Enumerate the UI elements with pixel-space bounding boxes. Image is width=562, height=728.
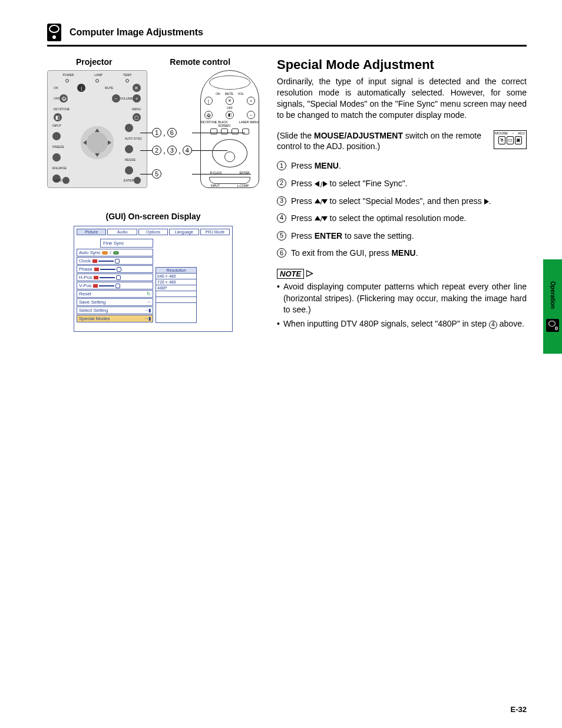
gui-item-reset: Reset↻ bbox=[77, 290, 153, 298]
remote-label: Remote control bbox=[170, 57, 230, 67]
gui-resolution-head: Resolution bbox=[156, 268, 196, 273]
callout-6: 6 bbox=[167, 128, 177, 137]
label-keystone: KEYSTONE bbox=[54, 107, 70, 111]
right-icon bbox=[484, 199, 489, 205]
projector-dpad bbox=[81, 126, 114, 159]
gui-tab-prjmode: PRJ Mode bbox=[200, 229, 230, 235]
remote-menu-label: MENU bbox=[250, 120, 259, 127]
up-down-icon: / bbox=[315, 216, 328, 222]
gui-item-vpos: V-Pos bbox=[77, 282, 153, 289]
gui-resolution-panel: Resolution 640 × 480 720 × 480 480P bbox=[156, 267, 197, 323]
gui-tab-language: Language bbox=[169, 229, 199, 235]
remote-lcomp-label: L-COMP bbox=[237, 184, 249, 187]
label-power: POWER bbox=[62, 73, 74, 77]
projector-panel: POWER LAMP TEMP. ON | MUTE ✕ OFF ⏻ bbox=[47, 70, 147, 188]
callout-5: 5 bbox=[152, 169, 161, 179]
gui-tab-options: Options bbox=[138, 229, 168, 235]
gui-item-specialmodes: Special Modes→▮ bbox=[77, 315, 153, 322]
left-right-icon: / bbox=[315, 181, 328, 187]
callout-4: 4 bbox=[183, 146, 192, 155]
remote-dpad bbox=[212, 139, 247, 167]
gui-item-phase: Phase bbox=[77, 265, 153, 273]
remote-off-label: OFF bbox=[227, 106, 233, 110]
step-2: 2 Press / to select "Fine Sync". bbox=[277, 178, 527, 190]
label-temp: TEMP. bbox=[123, 73, 132, 77]
remote-control: ONMUTEVOL |✕+ OFF ⏻◧− KEYSTONEBLACK SCRE… bbox=[200, 70, 259, 188]
note-heading: NOTE bbox=[277, 269, 313, 279]
remote-blackscreen-label: BLACK SCREEN bbox=[218, 120, 238, 127]
label-resize: RESIZE bbox=[125, 158, 142, 162]
label-enlarge: ENLARGE bbox=[52, 166, 67, 170]
gui-item-autosync: Auto Sync/ bbox=[77, 249, 153, 256]
callout-3: 3 bbox=[167, 146, 177, 155]
device-diagram: POWER LAMP TEMP. ON | MUTE ✕ OFF ⏻ bbox=[47, 70, 259, 188]
projector-icon bbox=[47, 24, 61, 41]
note-2: When inputting DTV 480P signals, select … bbox=[277, 318, 527, 330]
label-off: OFF bbox=[54, 97, 59, 100]
label-autosync: AUTO SYNC bbox=[125, 137, 142, 140]
gui-res-opt-2: 720 × 480 bbox=[156, 279, 196, 285]
slide-instruction: (Slide the MOUSE/ADJUSTMENT switch on th… bbox=[277, 130, 489, 153]
side-tab-icon bbox=[546, 319, 559, 332]
mouse-adj-switch-icon: MOUSE→ADJ. 🖱▭▣ bbox=[494, 130, 527, 149]
gui-finesync-head: Fine Sync bbox=[100, 239, 153, 248]
remote-keystone-label: KEYSTONE bbox=[201, 120, 217, 127]
projector-label: Projector bbox=[76, 57, 112, 67]
label-freeze: FREEZE bbox=[52, 145, 67, 149]
label-input: INPUT bbox=[52, 124, 67, 127]
intro-text: Ordinarily, the type of input signal is … bbox=[277, 76, 527, 121]
notes-list: Avoid displaying computer patterns which… bbox=[277, 281, 527, 330]
gui-item-hpos: H-Pos bbox=[77, 274, 153, 281]
gui-item-selectsetting: Select Setting→▮ bbox=[77, 307, 153, 314]
gui-tab-picture: Picture bbox=[77, 229, 106, 235]
step-6: 6 To exit from the GUI, press MENU. bbox=[277, 248, 527, 259]
remote-input-label: INPUT bbox=[211, 184, 220, 187]
gui-item-clock: Clock bbox=[77, 257, 153, 265]
main-heading: Special Mode Adjustment bbox=[277, 57, 527, 73]
callout-1: 1 bbox=[152, 128, 161, 137]
remote-mute-label: MUTE bbox=[225, 92, 233, 95]
remote-vol-label: VOL bbox=[238, 92, 244, 95]
steps-list: 1 Press MENU. 2 Press / to select "Fine … bbox=[277, 160, 527, 259]
section-title: Computer Image Adjustments bbox=[70, 27, 203, 38]
gui-res-opt-3: 480P bbox=[156, 285, 196, 291]
remote-rclick-label: R-CLICK bbox=[210, 171, 222, 174]
remote-enter-label: ENTER bbox=[240, 171, 250, 174]
callout-numbers: 1, 6 2, 3, 4 5 bbox=[152, 108, 192, 187]
gui-item-savesetting: Save Setting→ bbox=[77, 298, 153, 306]
callout-2: 2 bbox=[152, 146, 161, 155]
remote-laser-label: LASER bbox=[239, 120, 249, 127]
gui-display: Picture Audio Options Language PRJ Mode … bbox=[74, 226, 233, 332]
step-5: 5 Press ENTER to save the setting. bbox=[277, 230, 527, 242]
side-tab: Operation bbox=[543, 259, 562, 354]
label-lamp: LAMP bbox=[94, 73, 103, 77]
note-1: Avoid displaying computer patterns which… bbox=[277, 281, 527, 316]
note-arrow-icon bbox=[306, 270, 313, 277]
label-mute: MUTE bbox=[105, 86, 113, 90]
gui-tab-audio: Audio bbox=[107, 229, 137, 235]
remote-on-label: ON bbox=[216, 92, 220, 95]
page-number: E-32 bbox=[511, 705, 527, 714]
label-menu: MENU bbox=[132, 107, 141, 111]
step-4: 4 Press / to select the optimal resoluti… bbox=[277, 213, 527, 225]
label-on: ON bbox=[54, 86, 58, 90]
horizontal-rule bbox=[47, 45, 527, 47]
label-enter-proj: ENTER bbox=[124, 179, 134, 182]
label-undo: UNDO bbox=[54, 179, 62, 182]
label-volume: VOLUME bbox=[120, 97, 133, 100]
up-down-icon: / bbox=[315, 199, 328, 205]
step-3: 3 Press / to select "Special Modes", and… bbox=[277, 196, 527, 207]
step-1: 1 Press MENU. bbox=[277, 160, 527, 172]
gui-display-title: (GUI) On-screen Display bbox=[47, 212, 259, 221]
side-tab-label: Operation bbox=[550, 281, 556, 309]
gui-res-opt-1: 640 × 480 bbox=[156, 273, 196, 279]
